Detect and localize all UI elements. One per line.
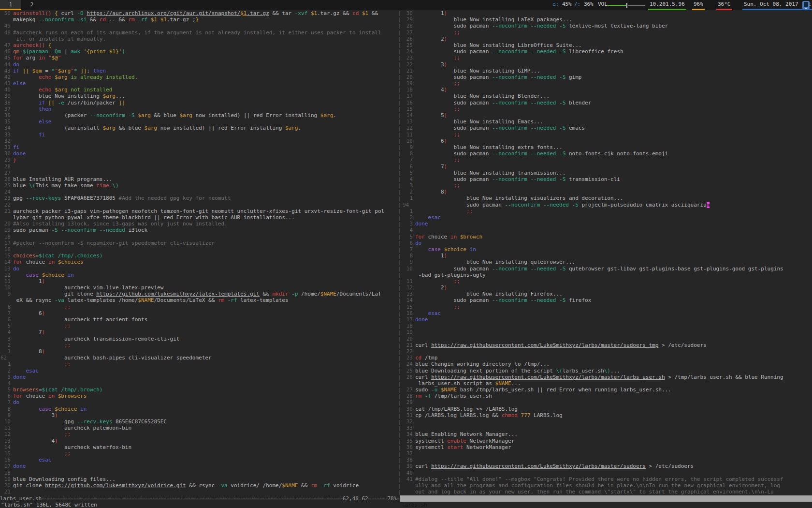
workspace-2[interactable]: 2 xyxy=(21,0,43,10)
code-token: } xyxy=(13,157,16,163)
volume-slider[interactable] xyxy=(608,0,645,10)
code-token: ;; xyxy=(453,106,460,112)
code-token: " xyxy=(48,55,52,61)
editor-pane-right[interactable]: 30 1)29 blue Now installing LaTeX packag… xyxy=(402,10,812,495)
line-number: 12 xyxy=(402,125,415,131)
line-number: 4 xyxy=(402,227,415,233)
code-token: --needed xyxy=(543,202,569,208)
code-line: 16 esac xyxy=(0,457,398,463)
code-line: 37 then xyxy=(0,106,398,112)
code-token: -p xyxy=(291,291,298,297)
code-line: 27sudo -u $NAME bash /tmp/larbs_user.sh … xyxy=(402,387,812,393)
code-token: aurcheck packer i3-gaps vim-pathogen neo… xyxy=(13,208,384,214)
code-line: 21curl https://raw.githubusercontent.com… xyxy=(402,342,812,348)
code-token: 6 xyxy=(13,310,42,316)
statusline-active[interactable]: larbs.sh 94,78-92 96% xyxy=(400,495,812,502)
code-token: (packer xyxy=(13,112,90,119)
workspace-1[interactable]: 1 xyxy=(0,0,21,10)
code-token: fi xyxy=(39,132,45,138)
code-token: cat /tmp/LARBS.log >> /LARBS.log xyxy=(415,406,518,412)
line-number: 15 xyxy=(0,253,13,259)
code-token: blue Now installing xyxy=(13,93,102,99)
code-token: ;; xyxy=(453,132,460,138)
code-line: 1 ;; xyxy=(0,361,398,367)
code-token: cd xyxy=(415,355,421,361)
code-text: ;; xyxy=(13,323,398,329)
line-number: 33 xyxy=(402,425,415,431)
code-token xyxy=(39,272,42,278)
code-token: -u xyxy=(431,387,437,393)
line-number: 7 xyxy=(0,310,13,316)
code-token: sudo pacman xyxy=(415,23,492,29)
code-line: 24 xyxy=(0,189,398,195)
code-token: case xyxy=(39,406,52,412)
line-number: 27 xyxy=(0,170,13,176)
code-text: blue Changin working directory to /tmp/.… xyxy=(415,361,812,367)
code-text: ;; xyxy=(415,106,812,112)
code-token xyxy=(569,202,572,208)
line-number: 38 xyxy=(402,457,415,463)
code-text: choices=$(cat /tmp/.choices) xyxy=(13,253,398,259)
code-line: 2 esac xyxy=(402,214,812,221)
code-token: ) xyxy=(444,253,448,259)
systray-phone-icon[interactable] xyxy=(802,1,810,9)
editor-pane-left[interactable]: 50aurinstall() { curl -O https://aur.arc… xyxy=(0,10,398,495)
code-text: fi xyxy=(13,132,398,138)
line-number: 21 xyxy=(402,342,415,348)
code-token: time. xyxy=(96,182,112,189)
code-text: ully and all the programs and configurat… xyxy=(415,482,812,489)
volume-slider-handle[interactable] xyxy=(626,3,627,8)
code-token: ;; xyxy=(453,80,460,87)
line-number: 6 xyxy=(402,164,415,170)
code-token: larbs_user.sh script as xyxy=(415,380,495,387)
line-number: 24 xyxy=(0,189,13,195)
code-text: aurcheck packer i3-gaps vim-pathogen neo… xyxy=(13,208,398,214)
code-token: && xyxy=(368,10,378,16)
line-number xyxy=(0,36,13,42)
code-token: #aurcheck runs on each of its arguments,… xyxy=(13,30,381,36)
code-line: 20 sudo pacman --noconfirm --needed -S g… xyxy=(402,74,812,80)
cursor-block: m xyxy=(707,202,710,208)
code-text xyxy=(415,470,812,476)
code-line: 45for arg in "$@" xyxy=(0,55,398,61)
line-number: 47 xyxy=(0,42,13,48)
code-token: && xyxy=(298,482,311,489)
line-number: 26 xyxy=(0,176,13,182)
code-text: done xyxy=(13,150,398,157)
code-token: else xyxy=(39,119,52,125)
vertical-split-separator[interactable]: | | | | | | | | | | | | | | | | | | | | … xyxy=(397,10,402,495)
code-text: if [[ -e /usr/bin/packer ]] xyxy=(13,100,398,106)
code-token xyxy=(540,202,543,208)
code-token xyxy=(437,387,441,393)
line-number: 28 xyxy=(0,164,13,170)
code-token: ully and all the programs and configurat… xyxy=(415,482,780,489)
code-token: --noconfirm xyxy=(90,112,125,119)
code-token: larbs_user.sh xyxy=(563,368,604,374)
code-text: 4) xyxy=(415,87,812,93)
statusline-inactive[interactable]: larbs_user.sh===========================… xyxy=(0,495,400,502)
line-number: 11 xyxy=(0,425,13,431)
code-token: for xyxy=(13,55,23,61)
code-token: libreoffice-fresh xyxy=(566,48,623,55)
code-token: sudo pacman xyxy=(415,176,492,182)
vim-statusline: larbs_user.sh===========================… xyxy=(0,495,812,502)
code-line: 10 sudo pacman --noconfirm --needed -S q… xyxy=(402,266,812,272)
code-token: $arg xyxy=(58,68,71,74)
code-text: sudo pacman --noconfirm --needed -S qute… xyxy=(415,266,812,272)
code-text: blue Downloading next portion of the scr… xyxy=(415,368,812,374)
statusline-tail: = xyxy=(397,495,400,502)
code-token: in xyxy=(48,393,55,399)
code-line: 9 blue Now installing qutebrowser... xyxy=(402,259,812,265)
code-text: do xyxy=(13,61,398,68)
code-token: 777 xyxy=(521,412,531,418)
code-token: https://github.com/lukesmithxyz/latex-te… xyxy=(96,291,260,297)
line-number: 35 xyxy=(402,438,415,444)
line-number: 17 xyxy=(402,316,415,323)
code-token xyxy=(421,393,425,399)
line-number: 10 xyxy=(402,266,415,272)
line-number: 7 xyxy=(0,399,13,405)
code-text: 1) xyxy=(415,253,812,259)
code-line: 28 xyxy=(0,164,398,170)
code-text: esac xyxy=(415,310,812,316)
line-number: 40 xyxy=(402,470,415,476)
